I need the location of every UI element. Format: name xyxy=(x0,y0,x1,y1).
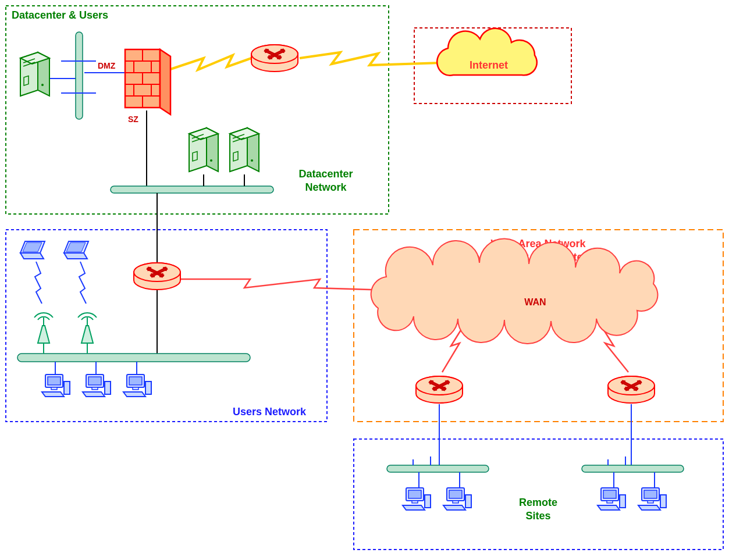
network-diagram: Datacenter & Users Users Network Wide Ar… xyxy=(0,0,736,560)
cloud-internet: Internet xyxy=(437,28,537,76)
workstation-u2-icon xyxy=(83,374,111,397)
rs-bus-1 xyxy=(387,465,489,472)
firewall-icon xyxy=(125,49,170,115)
workstation-u1-icon xyxy=(42,374,70,397)
workstation-r2b-icon xyxy=(638,488,666,510)
workstation-r1b-icon xyxy=(443,488,471,510)
server-dmz-icon xyxy=(20,52,49,96)
rs-bus-2 xyxy=(582,465,684,472)
workstation-u3-icon xyxy=(123,374,151,397)
label-internet: Internet xyxy=(470,59,508,71)
wifi-ap1-icon xyxy=(34,313,53,343)
label-remote-line1: Remote xyxy=(519,497,557,508)
server-dc2-icon xyxy=(230,128,259,172)
router-remote2-icon xyxy=(608,376,655,403)
router-users-icon xyxy=(134,263,180,290)
laptop1-icon xyxy=(20,241,45,259)
dc-bus xyxy=(111,186,273,193)
wifi-ap2-icon xyxy=(78,313,97,343)
dmz-bus xyxy=(76,32,83,119)
wifi-sig1 xyxy=(35,262,42,304)
label-sz: SZ xyxy=(128,115,138,124)
link-fw-router1 xyxy=(169,55,251,70)
cloud-wan: WAN xyxy=(371,238,658,344)
label-dc-net-2: Network xyxy=(305,181,347,193)
label-dmz: DMZ xyxy=(98,61,116,70)
wifi-sig2 xyxy=(79,262,86,304)
label-users-network: Users Network xyxy=(233,406,307,418)
users-bus xyxy=(17,354,250,362)
router-edge-icon xyxy=(251,45,298,72)
workstation-r2a-icon xyxy=(598,488,625,510)
label-wan: WAN xyxy=(524,297,546,307)
laptop2-icon xyxy=(64,241,88,259)
label-dc-net-1: Datacenter xyxy=(298,168,353,180)
workstation-r1a-icon xyxy=(403,488,431,510)
label-datacenter-users: Datacenter & Users xyxy=(12,9,108,21)
router-remote1-icon xyxy=(416,376,463,403)
link-router1-cloud xyxy=(300,52,441,65)
server-dc1-icon xyxy=(189,128,218,172)
label-remote-line2: Sites xyxy=(525,510,550,522)
